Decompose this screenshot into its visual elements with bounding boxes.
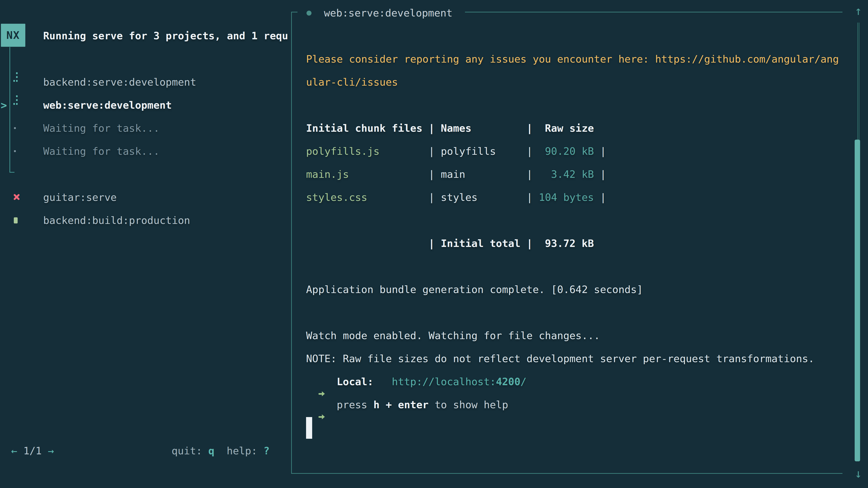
spinner-dot — [16, 99, 18, 101]
task-group-guide-corner — [9, 172, 14, 173]
pagination: ← 1/1 → — [11, 440, 54, 462]
arrow-icon — [318, 383, 324, 393]
task-label: Waiting for task... — [43, 140, 160, 163]
terminal-line: Watch mode enabled. Watching for file ch… — [306, 324, 600, 347]
page-title: Running serve for 3 projects, and 1 requ — [43, 24, 289, 47]
panel-border-top-corner — [291, 12, 298, 12]
quit-label: quit: — [172, 445, 202, 457]
task-item[interactable]: backend:serve:development — [0, 71, 290, 94]
terminal-text: | Initial total | 93.72 kB — [306, 237, 594, 250]
terminal-text: | — [594, 191, 606, 203]
queued-square — [14, 217, 18, 223]
terminal-text: Please consider reporting any issues you… — [306, 53, 839, 65]
terminal-line: | Initial total | 93.72 kB — [306, 232, 594, 255]
terminal-text: 3.42 kB — [532, 168, 594, 180]
scrollbar-thumb[interactable] — [855, 140, 860, 461]
spinner-dot — [16, 80, 18, 82]
spinner-dot — [16, 72, 18, 74]
terminal-line: Local: http://localhost:4200/ — [306, 370, 526, 393]
task-label: guitar:serve — [43, 186, 117, 209]
page-next-icon[interactable]: → — [48, 445, 54, 457]
waiting-dot-icon — [0, 117, 27, 140]
terminal-text: Watch mode enabled. Watching for file ch… — [306, 330, 600, 341]
spinner-icon — [0, 71, 27, 94]
arrow-icon — [318, 406, 324, 416]
local-url-link[interactable]: / — [520, 376, 526, 388]
task-item[interactable]: backend:build:production — [0, 209, 290, 232]
error-x-icon — [0, 186, 27, 209]
terminal-cursor — [306, 417, 312, 439]
terminal-text: 90.20 kB — [532, 145, 594, 157]
terminal-text — [324, 376, 337, 388]
task-item[interactable]: Waiting for task... — [0, 117, 290, 140]
terminal-text: | — [477, 191, 533, 203]
terminal-text: styles — [441, 191, 477, 203]
terminal-line: Initial chunk files | Names | Raw size — [306, 117, 594, 140]
terminal-text: ular-cli/issues — [306, 76, 398, 88]
terminal-line: Application bundle generation complete. … — [306, 278, 643, 301]
selected-arrow-icon: > — [1, 94, 7, 117]
terminal-text: | — [594, 145, 606, 157]
waiting-dot — [14, 127, 16, 129]
terminal-text — [306, 376, 318, 388]
spinner-dot — [16, 76, 18, 78]
terminal-text: styles.css — [306, 191, 367, 203]
output-panel-title: web:serve:development — [324, 2, 453, 25]
terminal-text: to show help — [429, 399, 508, 411]
queued-square-icon — [0, 209, 27, 232]
terminal-text — [373, 376, 392, 388]
help-key: ? — [264, 445, 270, 457]
task-label: backend:serve:development — [43, 71, 196, 94]
panel-border-top — [465, 12, 842, 12]
task-label: web:serve:development — [43, 94, 172, 117]
spinner-dot — [16, 103, 18, 105]
terminal-text: main.js — [306, 168, 349, 180]
page-prev-icon[interactable]: ← — [11, 445, 17, 457]
terminal-line: styles.css | styles | 104 bytes | — [306, 186, 606, 209]
terminal-text: | — [594, 168, 606, 180]
local-url-link[interactable]: 4200 — [496, 376, 520, 388]
spinner-dot — [13, 80, 15, 82]
terminal-line: polyfills.js | polyfills | 90.20 kB | — [306, 140, 606, 163]
terminal-line: Please consider reporting any issues you… — [306, 48, 839, 71]
terminal-text: 104 bytes — [532, 191, 594, 203]
task-label: Waiting for task... — [43, 117, 160, 140]
active-task-dot-icon — [307, 11, 311, 15]
panel-border-bottom — [291, 473, 842, 474]
page-indicator: 1/1 — [17, 445, 48, 457]
waiting-dot — [14, 150, 16, 152]
terminal-text: press — [324, 399, 373, 411]
terminal-text: | — [496, 145, 533, 157]
task-label: backend:build:production — [43, 209, 190, 232]
terminal-text: Local: — [337, 376, 373, 388]
terminal-line — [306, 416, 312, 440]
quit-key: q — [209, 445, 215, 457]
terminal-line: main.js | main | 3.42 kB | — [306, 163, 606, 186]
help-label: help: — [227, 445, 257, 457]
task-item[interactable]: guitar:serve — [0, 186, 290, 209]
nx-logo: NX — [1, 24, 25, 47]
terminal-text: Application bundle generation complete. … — [306, 284, 643, 295]
spinner-dot — [16, 95, 18, 97]
terminal-text: h + enter — [373, 399, 429, 411]
task-item[interactable]: >web:serve:development — [0, 94, 290, 117]
scroll-down-icon[interactable]: ↓ — [849, 467, 867, 480]
terminal-line: NOTE: Raw file sizes do not reflect deve… — [306, 347, 814, 370]
task-item[interactable]: Waiting for task... — [0, 140, 290, 163]
terminal-text: | — [349, 168, 441, 180]
waiting-dot-icon — [0, 140, 27, 163]
terminal-text: | — [465, 168, 532, 180]
terminal-text: polyfills — [441, 145, 496, 157]
scroll-up-icon[interactable]: ↑ — [849, 4, 867, 18]
terminal-text: Initial chunk files | Names | Raw size — [306, 122, 594, 134]
local-url-link[interactable]: http://localhost: — [392, 376, 496, 388]
terminal-text: | — [379, 145, 441, 157]
terminal-text — [306, 399, 318, 411]
terminal-line: press h + enter to show help — [306, 393, 508, 416]
panel-border-left — [291, 12, 292, 474]
terminal-line: ular-cli/issues — [306, 71, 398, 94]
terminal-text: | — [367, 191, 441, 203]
terminal-text: polyfills.js — [306, 145, 379, 157]
terminal-text: main — [441, 168, 465, 180]
terminal-text: NOTE: Raw file sizes do not reflect deve… — [306, 353, 814, 365]
